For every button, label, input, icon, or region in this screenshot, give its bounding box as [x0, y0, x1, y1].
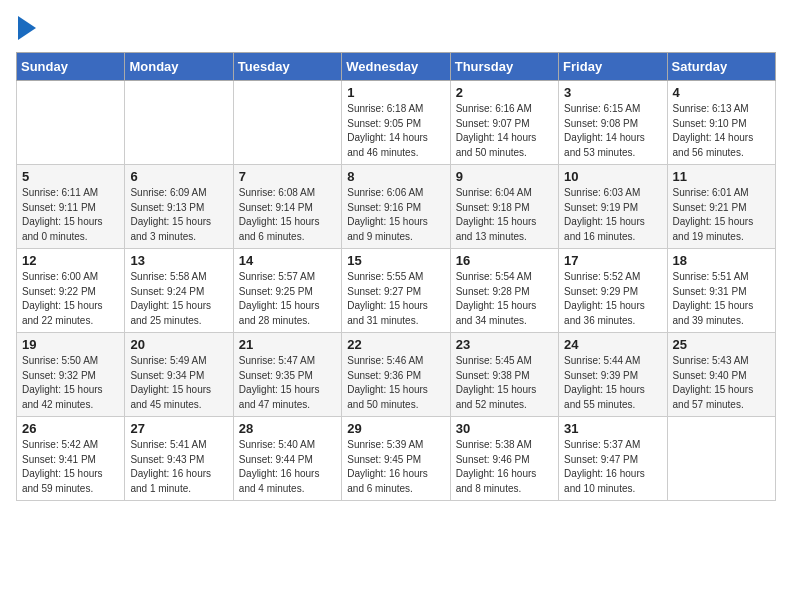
day-cell: 6Sunrise: 6:09 AM Sunset: 9:13 PM Daylig… [125, 165, 233, 249]
day-cell: 14Sunrise: 5:57 AM Sunset: 9:25 PM Dayli… [233, 249, 341, 333]
day-cell: 16Sunrise: 5:54 AM Sunset: 9:28 PM Dayli… [450, 249, 558, 333]
day-info: Sunrise: 5:52 AM Sunset: 9:29 PM Dayligh… [564, 270, 661, 328]
day-number: 11 [673, 169, 770, 184]
day-number: 25 [673, 337, 770, 352]
day-number: 6 [130, 169, 227, 184]
day-number: 12 [22, 253, 119, 268]
day-number: 20 [130, 337, 227, 352]
day-number: 22 [347, 337, 444, 352]
day-number: 31 [564, 421, 661, 436]
day-info: Sunrise: 5:55 AM Sunset: 9:27 PM Dayligh… [347, 270, 444, 328]
day-info: Sunrise: 6:06 AM Sunset: 9:16 PM Dayligh… [347, 186, 444, 244]
day-number: 15 [347, 253, 444, 268]
day-cell: 7Sunrise: 6:08 AM Sunset: 9:14 PM Daylig… [233, 165, 341, 249]
logo-arrow-icon [18, 16, 36, 40]
week-row-2: 5Sunrise: 6:11 AM Sunset: 9:11 PM Daylig… [17, 165, 776, 249]
day-info: Sunrise: 6:00 AM Sunset: 9:22 PM Dayligh… [22, 270, 119, 328]
days-header-row: SundayMondayTuesdayWednesdayThursdayFrid… [17, 53, 776, 81]
day-cell: 24Sunrise: 5:44 AM Sunset: 9:39 PM Dayli… [559, 333, 667, 417]
header [16, 16, 776, 40]
day-header-sunday: Sunday [17, 53, 125, 81]
day-info: Sunrise: 5:38 AM Sunset: 9:46 PM Dayligh… [456, 438, 553, 496]
day-number: 24 [564, 337, 661, 352]
day-info: Sunrise: 5:37 AM Sunset: 9:47 PM Dayligh… [564, 438, 661, 496]
day-number: 8 [347, 169, 444, 184]
day-number: 28 [239, 421, 336, 436]
day-cell: 3Sunrise: 6:15 AM Sunset: 9:08 PM Daylig… [559, 81, 667, 165]
day-info: Sunrise: 5:42 AM Sunset: 9:41 PM Dayligh… [22, 438, 119, 496]
day-cell: 21Sunrise: 5:47 AM Sunset: 9:35 PM Dayli… [233, 333, 341, 417]
day-info: Sunrise: 5:41 AM Sunset: 9:43 PM Dayligh… [130, 438, 227, 496]
day-info: Sunrise: 6:03 AM Sunset: 9:19 PM Dayligh… [564, 186, 661, 244]
day-cell: 26Sunrise: 5:42 AM Sunset: 9:41 PM Dayli… [17, 417, 125, 501]
day-number: 27 [130, 421, 227, 436]
day-cell: 1Sunrise: 6:18 AM Sunset: 9:05 PM Daylig… [342, 81, 450, 165]
day-info: Sunrise: 6:11 AM Sunset: 9:11 PM Dayligh… [22, 186, 119, 244]
day-info: Sunrise: 6:08 AM Sunset: 9:14 PM Dayligh… [239, 186, 336, 244]
calendar-table: SundayMondayTuesdayWednesdayThursdayFrid… [16, 52, 776, 501]
day-number: 13 [130, 253, 227, 268]
day-info: Sunrise: 5:43 AM Sunset: 9:40 PM Dayligh… [673, 354, 770, 412]
day-info: Sunrise: 6:09 AM Sunset: 9:13 PM Dayligh… [130, 186, 227, 244]
day-cell: 27Sunrise: 5:41 AM Sunset: 9:43 PM Dayli… [125, 417, 233, 501]
week-row-1: 1Sunrise: 6:18 AM Sunset: 9:05 PM Daylig… [17, 81, 776, 165]
day-number: 23 [456, 337, 553, 352]
day-cell: 29Sunrise: 5:39 AM Sunset: 9:45 PM Dayli… [342, 417, 450, 501]
day-cell: 9Sunrise: 6:04 AM Sunset: 9:18 PM Daylig… [450, 165, 558, 249]
day-header-tuesday: Tuesday [233, 53, 341, 81]
day-number: 4 [673, 85, 770, 100]
day-info: Sunrise: 6:01 AM Sunset: 9:21 PM Dayligh… [673, 186, 770, 244]
day-info: Sunrise: 5:51 AM Sunset: 9:31 PM Dayligh… [673, 270, 770, 328]
day-number: 1 [347, 85, 444, 100]
day-info: Sunrise: 6:18 AM Sunset: 9:05 PM Dayligh… [347, 102, 444, 160]
day-number: 17 [564, 253, 661, 268]
day-number: 18 [673, 253, 770, 268]
day-number: 30 [456, 421, 553, 436]
day-info: Sunrise: 5:39 AM Sunset: 9:45 PM Dayligh… [347, 438, 444, 496]
day-number: 3 [564, 85, 661, 100]
day-cell: 15Sunrise: 5:55 AM Sunset: 9:27 PM Dayli… [342, 249, 450, 333]
day-cell: 18Sunrise: 5:51 AM Sunset: 9:31 PM Dayli… [667, 249, 775, 333]
day-cell: 31Sunrise: 5:37 AM Sunset: 9:47 PM Dayli… [559, 417, 667, 501]
day-info: Sunrise: 5:57 AM Sunset: 9:25 PM Dayligh… [239, 270, 336, 328]
day-info: Sunrise: 5:49 AM Sunset: 9:34 PM Dayligh… [130, 354, 227, 412]
day-cell [667, 417, 775, 501]
week-row-3: 12Sunrise: 6:00 AM Sunset: 9:22 PM Dayli… [17, 249, 776, 333]
day-cell: 10Sunrise: 6:03 AM Sunset: 9:19 PM Dayli… [559, 165, 667, 249]
day-info: Sunrise: 5:50 AM Sunset: 9:32 PM Dayligh… [22, 354, 119, 412]
day-cell [125, 81, 233, 165]
day-cell: 28Sunrise: 5:40 AM Sunset: 9:44 PM Dayli… [233, 417, 341, 501]
day-number: 5 [22, 169, 119, 184]
day-cell: 20Sunrise: 5:49 AM Sunset: 9:34 PM Dayli… [125, 333, 233, 417]
day-header-thursday: Thursday [450, 53, 558, 81]
day-number: 10 [564, 169, 661, 184]
day-number: 14 [239, 253, 336, 268]
day-info: Sunrise: 5:45 AM Sunset: 9:38 PM Dayligh… [456, 354, 553, 412]
day-cell: 12Sunrise: 6:00 AM Sunset: 9:22 PM Dayli… [17, 249, 125, 333]
day-cell: 22Sunrise: 5:46 AM Sunset: 9:36 PM Dayli… [342, 333, 450, 417]
day-number: 29 [347, 421, 444, 436]
day-cell: 11Sunrise: 6:01 AM Sunset: 9:21 PM Dayli… [667, 165, 775, 249]
day-number: 16 [456, 253, 553, 268]
day-header-monday: Monday [125, 53, 233, 81]
day-cell: 5Sunrise: 6:11 AM Sunset: 9:11 PM Daylig… [17, 165, 125, 249]
day-cell: 23Sunrise: 5:45 AM Sunset: 9:38 PM Dayli… [450, 333, 558, 417]
day-number: 26 [22, 421, 119, 436]
day-header-saturday: Saturday [667, 53, 775, 81]
day-info: Sunrise: 6:13 AM Sunset: 9:10 PM Dayligh… [673, 102, 770, 160]
day-header-wednesday: Wednesday [342, 53, 450, 81]
day-number: 2 [456, 85, 553, 100]
day-number: 19 [22, 337, 119, 352]
day-info: Sunrise: 5:58 AM Sunset: 9:24 PM Dayligh… [130, 270, 227, 328]
day-header-friday: Friday [559, 53, 667, 81]
day-number: 9 [456, 169, 553, 184]
day-cell: 19Sunrise: 5:50 AM Sunset: 9:32 PM Dayli… [17, 333, 125, 417]
day-cell: 25Sunrise: 5:43 AM Sunset: 9:40 PM Dayli… [667, 333, 775, 417]
day-info: Sunrise: 5:54 AM Sunset: 9:28 PM Dayligh… [456, 270, 553, 328]
day-cell: 17Sunrise: 5:52 AM Sunset: 9:29 PM Dayli… [559, 249, 667, 333]
day-info: Sunrise: 5:46 AM Sunset: 9:36 PM Dayligh… [347, 354, 444, 412]
day-cell [233, 81, 341, 165]
day-cell: 8Sunrise: 6:06 AM Sunset: 9:16 PM Daylig… [342, 165, 450, 249]
day-cell: 13Sunrise: 5:58 AM Sunset: 9:24 PM Dayli… [125, 249, 233, 333]
day-info: Sunrise: 6:15 AM Sunset: 9:08 PM Dayligh… [564, 102, 661, 160]
